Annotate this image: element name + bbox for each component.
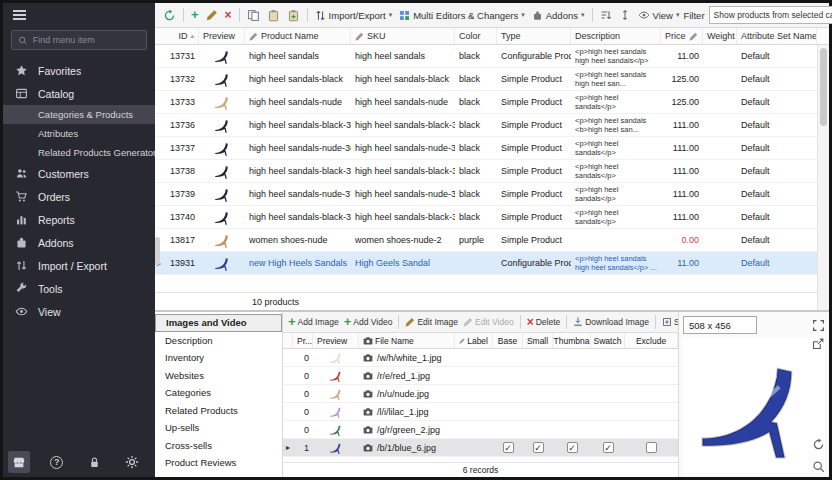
scrollbar-thumb[interactable] — [820, 48, 827, 126]
table-row[interactable]: 0 /r/e/red_1.jpg — [283, 367, 678, 385]
row-expander[interactable] — [283, 403, 293, 420]
copy-button[interactable] — [244, 7, 263, 24]
column-header-base[interactable]: Base — [493, 333, 523, 348]
table-row[interactable]: 0 /n/u/nude.jpg — [283, 385, 678, 403]
tab-images-and-video[interactable]: Images and Video — [155, 314, 282, 332]
view-menu[interactable]: View▾ — [635, 7, 683, 23]
sidebar-item-attributes[interactable]: Attributes — [3, 124, 155, 143]
table-row[interactable]: 13737 high heel sandals-nude-36 high hee… — [155, 137, 829, 160]
edit-video-button[interactable]: Edit Video — [461, 316, 516, 328]
column-header-position[interactable]: Pr... — [293, 333, 313, 348]
table-row[interactable]: 0 /l/i/lilac_1.jpg — [283, 403, 678, 421]
column-header-sku[interactable]: SKU — [351, 28, 455, 44]
table-row[interactable]: ▸ 1 /b/1/blue_6.jpg ✓✓✓✓ — [283, 439, 678, 457]
small-checkbox[interactable]: ✓ — [533, 442, 544, 453]
tab-cross-sells[interactable]: Cross-sells — [155, 437, 282, 455]
column-header-swatch[interactable]: Swatch — [591, 333, 625, 348]
filter-select[interactable]: Show products from selected categories ▾ — [709, 6, 832, 24]
thumbnail-checkbox[interactable]: ✓ — [567, 442, 578, 453]
table-row[interactable]: 13733 high heel sandals-nude high heel s… — [155, 91, 829, 114]
sidebar-item-favorites[interactable]: Favorites — [3, 59, 155, 82]
addons-menu[interactable]: Addons▾ — [529, 8, 588, 23]
product-image-preview[interactable] — [683, 338, 825, 473]
multi-editors-menu[interactable]: Multi Editors & Changers▾ — [396, 8, 528, 23]
open-external-icon[interactable] — [812, 338, 824, 350]
tab-related-products[interactable]: Related Products — [155, 402, 282, 420]
zoom-icon[interactable] — [812, 460, 825, 473]
column-header-color[interactable]: Color — [455, 28, 497, 44]
image-size-field[interactable]: 508 x 456 — [683, 316, 757, 334]
table-row[interactable]: ▸13931 new High Heels Sandals High Geels… — [155, 252, 829, 275]
table-row[interactable]: 13736 high heel sandals-black-36 high he… — [155, 114, 829, 137]
sidebar-item-reports[interactable]: Reports — [3, 208, 155, 231]
column-header-exclude[interactable]: Exclude — [625, 333, 678, 348]
tab-product-reviews[interactable]: Product Reviews — [155, 454, 282, 472]
row-expander[interactable] — [283, 367, 293, 384]
sidebar-item-addons[interactable]: Addons — [3, 231, 155, 254]
table-row[interactable]: 13817 women shoes-nude women shoes-nude-… — [155, 229, 829, 252]
edit-image-button[interactable]: Edit Image — [403, 316, 460, 328]
sidebar-item-import-export[interactable]: Import / Export — [3, 254, 155, 277]
row-expander[interactable]: ▸ — [283, 439, 293, 456]
paste-special-button[interactable] — [284, 7, 303, 24]
exclude-checkbox[interactable] — [646, 442, 657, 453]
table-row[interactable]: 13738 high heel sandals-black-37 high he… — [155, 160, 829, 183]
sidebar-search[interactable] — [11, 30, 147, 50]
column-header-weight[interactable]: Weight — [703, 28, 737, 44]
help-icon[interactable]: ? — [46, 451, 68, 473]
delete-image-button[interactable]: ×Delete — [525, 316, 563, 328]
fullscreen-icon[interactable] — [812, 319, 825, 332]
column-header-type[interactable]: Type — [497, 28, 571, 44]
base-checkbox[interactable]: ✓ — [503, 442, 514, 453]
tab-up-sells[interactable]: Up-sells — [155, 419, 282, 437]
column-header-id[interactable]: ID▴ — [155, 28, 199, 44]
sidebar-item-catalog[interactable]: Catalog — [3, 82, 155, 105]
table-row[interactable]: 13739 high heel sandals-nude-37 high hee… — [155, 183, 829, 206]
table-row[interactable]: 13731 high heel sandals high heel sandal… — [155, 45, 829, 68]
table-row[interactable]: 13740 high heel sandals-black-38 high he… — [155, 206, 829, 229]
set-resize-rule-button[interactable]: Set Resize Rule — [660, 316, 678, 328]
row-height-button[interactable] — [616, 7, 634, 23]
gear-icon[interactable] — [121, 451, 143, 473]
column-header-attribute-set[interactable]: Attribute Set Name — [737, 28, 817, 44]
sidebar-item-view[interactable]: View — [3, 300, 155, 323]
column-header-price[interactable]: Price — [661, 28, 703, 44]
swatch-checkbox[interactable]: ✓ — [603, 442, 614, 453]
import-export-menu[interactable]: Import/Export▾ — [312, 8, 396, 23]
add-video-button[interactable]: +Add Video — [342, 316, 395, 328]
sidebar-item-orders[interactable]: Orders — [3, 185, 155, 208]
row-expander[interactable] — [283, 349, 293, 366]
refresh-preview-icon[interactable] — [812, 438, 825, 451]
paste-button[interactable] — [264, 7, 283, 24]
tab-websites[interactable]: Websites — [155, 367, 282, 385]
sidebar-item-customers[interactable]: Customers — [3, 162, 155, 185]
sidebar-item-tools[interactable]: Tools — [3, 277, 155, 300]
row-expander[interactable] — [283, 421, 293, 438]
hamburger-menu-icon[interactable] — [13, 10, 26, 20]
tab-description[interactable]: Description — [155, 332, 282, 350]
vertical-scrollbar[interactable] — [817, 45, 829, 310]
column-header-description[interactable]: Description — [571, 28, 661, 44]
sidebar-splitter-handle[interactable] — [155, 237, 160, 265]
table-row[interactable]: 13732 high heel sandals-black high heel … — [155, 68, 829, 91]
edit-product-button[interactable] — [203, 7, 221, 23]
sidebar-item-categories-products[interactable]: Categories & Products — [3, 105, 155, 124]
column-header-product-name[interactable]: Product Name — [245, 28, 351, 44]
sort-rows-button[interactable] — [597, 7, 615, 23]
sidebar-item-related-products-generator[interactable]: Related Products Generator — [3, 143, 155, 162]
table-row[interactable]: 0 /w/h/white_1.jpg — [283, 349, 678, 367]
add-product-button[interactable]: + — [188, 8, 202, 22]
row-expander[interactable] — [283, 385, 293, 402]
store-icon[interactable] — [8, 451, 30, 473]
delete-product-button[interactable]: × — [222, 8, 235, 22]
column-header-label[interactable]: Label — [455, 333, 493, 348]
column-header-preview[interactable]: Preview — [199, 28, 245, 44]
tab-inventory[interactable]: Inventory — [155, 349, 282, 367]
table-row[interactable]: 0 /g/r/green_2.jpg — [283, 421, 678, 439]
refresh-button[interactable] — [160, 7, 179, 24]
lock-icon[interactable] — [83, 451, 105, 473]
download-image-button[interactable]: Download Image — [571, 316, 651, 328]
column-header-file-name[interactable]: File Name — [359, 333, 455, 348]
add-image-button[interactable]: +Add Image — [286, 316, 341, 328]
tab-categories[interactable]: Categories — [155, 384, 282, 402]
